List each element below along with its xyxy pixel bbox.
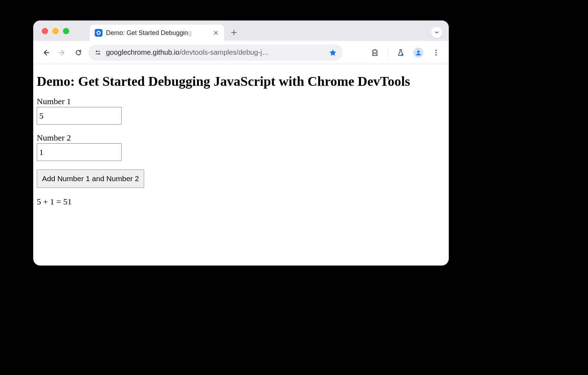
number1-input[interactable]: [37, 107, 122, 125]
maximize-window-button[interactable]: [63, 28, 69, 34]
number2-label: Number 2: [37, 133, 445, 143]
extensions-icon[interactable]: [369, 46, 381, 59]
svg-rect-3: [98, 51, 100, 52]
site-settings-icon[interactable]: [94, 49, 102, 56]
address-bar[interactable]: googlechrome.github.io/devtools-samples/…: [88, 44, 343, 61]
number1-label: Number 1: [37, 97, 445, 106]
page-title: Demo: Get Started Debugging JavaScript w…: [37, 73, 445, 89]
svg-point-2: [96, 50, 97, 52]
page-content: Demo: Get Started Debugging JavaScript w…: [33, 64, 449, 210]
add-button[interactable]: Add Number 1 and Number 2: [37, 169, 144, 188]
toolbar-right-group: [369, 46, 442, 59]
toolbar-separator: [388, 48, 388, 57]
kebab-menu-icon[interactable]: [430, 46, 442, 59]
browser-tab[interactable]: Demo: Get Started Debugging: [90, 25, 224, 41]
profile-avatar-icon[interactable]: [413, 48, 423, 58]
forward-button[interactable]: [56, 46, 69, 59]
svg-point-6: [401, 54, 403, 56]
svg-point-9: [435, 52, 437, 53]
svg-rect-5: [96, 53, 98, 54]
minimize-window-button[interactable]: [52, 28, 59, 34]
labs-icon[interactable]: [394, 46, 407, 59]
url-text: googlechrome.github.io/devtools-samples/…: [106, 48, 269, 56]
tab-title: Demo: Get Started Debugging: [106, 29, 192, 37]
browser-window: Demo: Get Started Debugging: [33, 20, 449, 266]
back-button[interactable]: [40, 46, 52, 59]
tab-search-button[interactable]: [431, 27, 442, 38]
svg-point-7: [417, 50, 420, 53]
number2-input[interactable]: [37, 143, 122, 161]
svg-point-8: [435, 49, 437, 51]
tab-strip: Demo: Get Started Debugging: [33, 20, 449, 41]
close-window-button[interactable]: [42, 28, 48, 34]
result-text: 5 + 1 = 51: [37, 197, 445, 207]
browser-toolbar: googlechrome.github.io/devtools-samples/…: [33, 41, 449, 64]
chrome-favicon-icon: [95, 29, 102, 37]
svg-point-4: [98, 53, 100, 54]
bookmark-star-icon[interactable]: [329, 48, 337, 57]
close-tab-icon[interactable]: [213, 30, 219, 36]
svg-point-10: [435, 54, 437, 55]
reload-button[interactable]: [72, 46, 85, 59]
window-controls: [42, 28, 69, 34]
new-tab-button[interactable]: [229, 28, 239, 37]
svg-point-1: [98, 32, 100, 34]
